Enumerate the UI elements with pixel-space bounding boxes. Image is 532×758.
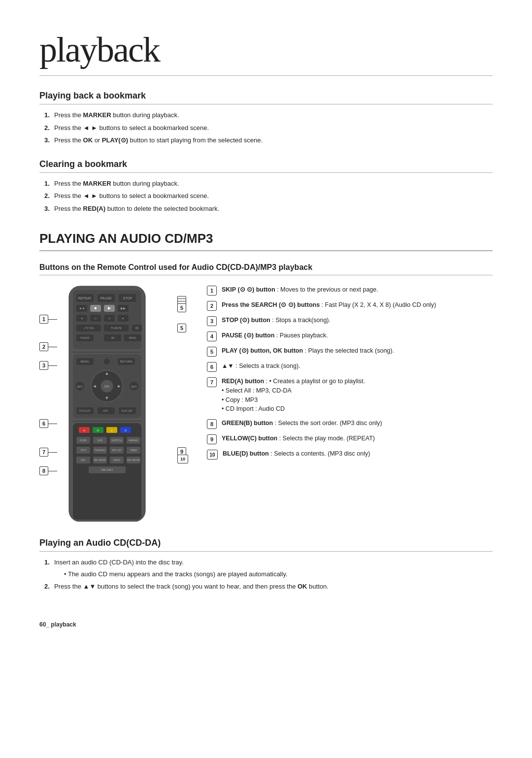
desc-item-10: 10 BLUE(D) button : Selects a contents. … [207,449,493,460]
button-descriptions: 1 SKIP (⊙ ⊙) button : Moves to the previ… [207,285,493,523]
desc-text-6: ▲▼ : Selects a track (song). [222,362,493,372]
desc-item-6: 6 ▲▼ : Selects a track (song). [207,362,493,372]
audio-cd-mp3-subheading: Buttons on the Remote Control used for A… [39,263,493,275]
badge-4: 4 [207,331,217,341]
step-item: 2.Press the ◄ ► buttons to select a book… [44,191,493,201]
svg-text:TIME SHIFT: TIME SHIFT [101,469,113,471]
svg-point-42 [104,359,110,364]
svg-text:PROG: PROG [129,336,136,339]
svg-text:MENU: MENU [80,360,89,363]
remote-diagram: 1 2 3 6 7 [39,285,192,523]
svg-text:STOP: STOP [123,297,133,300]
svg-text:▼: ▼ [105,395,109,400]
svg-text:TEXT: TEXT [80,449,86,452]
callout-8: 8 [39,466,48,475]
callout-2: 2 [39,342,48,351]
remote-body: REPEAT PAUSE STOP ◄◄ ■ ▶ ▶▶ [59,285,155,523]
callout-6: 6 [39,419,48,428]
bookmark-play-steps: 1.Press the MARKER button during playbac… [44,110,493,145]
step-item: 3.Press the RED(A) button to delete the … [44,204,493,214]
desc-text-1: SKIP (⊙ ⊙) button : Moves to the previou… [222,285,493,296]
svg-text:►: ► [122,317,125,320]
desc-item-7: 7 RED(A) button : • Creates a playlist o… [207,377,493,414]
callout-5r: 5 [177,303,186,312]
svg-text:TV/RADIO: TV/RADIO [95,449,105,452]
svg-text:PLAY LIST: PLAY LIST [122,410,133,412]
desc-item-5: 5 PLAY (⊙) button, OK button : Plays the… [207,346,493,357]
badge-8: 8 [207,419,217,429]
section-bookmark-clear-heading: Clearing a bookmark [39,159,493,173]
desc-text-4: PAUSE (⊙) button : Pauses playback. [222,331,493,341]
remote-section: 1 2 3 6 7 [39,285,493,523]
svg-text:▲: ▲ [105,371,109,376]
section-playing-bookmark: Playing back a bookmark 1.Press the MARK… [39,91,493,145]
svg-text:▶: ▶ [108,306,111,310]
svg-text:+ TV VOL: + TV VOL [83,327,94,330]
svg-text:REPEAT: REPEAT [78,297,92,300]
svg-text:OK: OK [135,327,139,330]
audio-cdda-steps: 1. Insert an audio CD (CD-DA) into the d… [44,558,493,592]
callout-10: 10 [177,455,188,463]
badge-10: 10 [207,450,218,460]
audio-cdda-heading: Playing an Audio CD(CD-DA) [39,538,493,552]
svg-text:INFO: INFO [77,385,83,388]
svg-text:◄: ◄ [81,317,83,320]
svg-text:⊙: ⊙ [108,317,110,320]
desc-item-3: 3 STOP (⊙) button : Stops a track(song). [207,316,493,326]
svg-text:GUIDE: GUIDE [80,439,87,442]
step-item: 1. Insert an audio CD (CD-DA) into the d… [44,558,493,579]
svg-text:PAY LIST: PAY LIST [112,449,121,452]
desc-item-2: 2 Press the SEARCH (⊙ ⊙) buttons : Fast … [207,300,493,311]
desc-item-4: 4 PAUSE (⊙) button : Pauses playback. [207,331,493,341]
badge-9: 9 [207,434,217,444]
section-audio-cdda: Playing an Audio CD(CD-DA) 1. Insert an … [39,538,493,592]
svg-text:SUBTITLE: SUBTITLE [111,439,122,442]
callout-3: 3 [39,361,48,370]
section-audio-cd-mp3: PLAYING AN AUDIO CD/MP3 Buttons on the R… [39,231,493,523]
step-item: 2.Press the ◄ ► buttons to select a book… [44,123,493,133]
badge-7: 7 [207,377,217,387]
callout-1: 1 [39,315,48,324]
svg-text:EXIT: EXIT [131,385,136,388]
badge-5: 5 [207,347,217,357]
svg-text:►: ► [117,384,122,389]
desc-text-3: STOP (⊙) button : Stops a track(song). [222,316,493,326]
desc-item-1: 1 SKIP (⊙ ⊙) button : Moves to the previ… [207,285,493,296]
desc-item-8: 8 GREEN(B) button : Selects the sort ord… [207,419,493,429]
svg-text:RETURN: RETURN [120,360,133,363]
desc-text-5: PLAY (⊙) button, OK button : Plays the s… [222,346,493,357]
page-title: playback [39,30,493,76]
svg-text:IN/ID: IN/ID [98,439,103,442]
sub-bullet: The audio CD menu appears and the tracks… [54,569,493,579]
desc-text-9: YELLOW(C) button : Selects the play mode… [222,434,493,444]
desc-item-9: 9 YELLOW(C) button : Selects the play mo… [207,434,493,444]
svg-text:TV MUTE: TV MUTE [111,327,122,330]
svg-text:REC MODE: REC MODE [94,459,106,461]
svg-text:◄◄: ◄◄ [79,307,85,310]
badge-1: 1 [207,286,217,296]
svg-text:PAUSE: PAUSE [100,297,112,300]
step-item: 3.Press the OK or PLAY(⊙) button to star… [44,135,493,145]
callout-right-top: 4 1 2 5 5 [177,300,185,330]
section-bookmark-play-heading: Playing back a bookmark [39,91,493,104]
svg-text:⊙: ⊙ [95,317,97,320]
svg-text:OK: OK [104,384,110,389]
remote-svg: REPEAT PAUSE STOP ◄◄ ■ ▶ ▶▶ [59,285,155,522]
badge-2: 2 [207,301,217,311]
bookmark-clear-steps: 1.Press the MARKER button during playbac… [44,179,493,214]
desc-text-10: BLUE(D) button : Selects a contents. (MP… [223,449,493,460]
callout-left: 1 2 3 6 7 [39,315,57,475]
svg-text:REC: REC [81,459,86,461]
svg-text:REC PAUSE: REC PAUSE [127,459,140,461]
svg-text:MARKER: MARKER [129,439,138,442]
svg-text:TITLE LIST: TITLE LIST [79,410,90,412]
badge-3: 3 [207,316,217,326]
audio-cd-mp3-heading: PLAYING AN AUDIO CD/MP3 [39,231,493,251]
svg-text:OK: OK [111,336,115,339]
step-item: 1.Press the MARKER button during playbac… [44,179,493,189]
callout-bottom-right: 9 10 [177,451,185,459]
step-item: 2. Press the ▲▼ buttons to select the tr… [44,582,493,592]
svg-text:TIMER: TIMER [130,449,137,452]
svg-text:EXIT: EXIT [103,410,108,412]
svg-text:C: C [111,429,113,432]
